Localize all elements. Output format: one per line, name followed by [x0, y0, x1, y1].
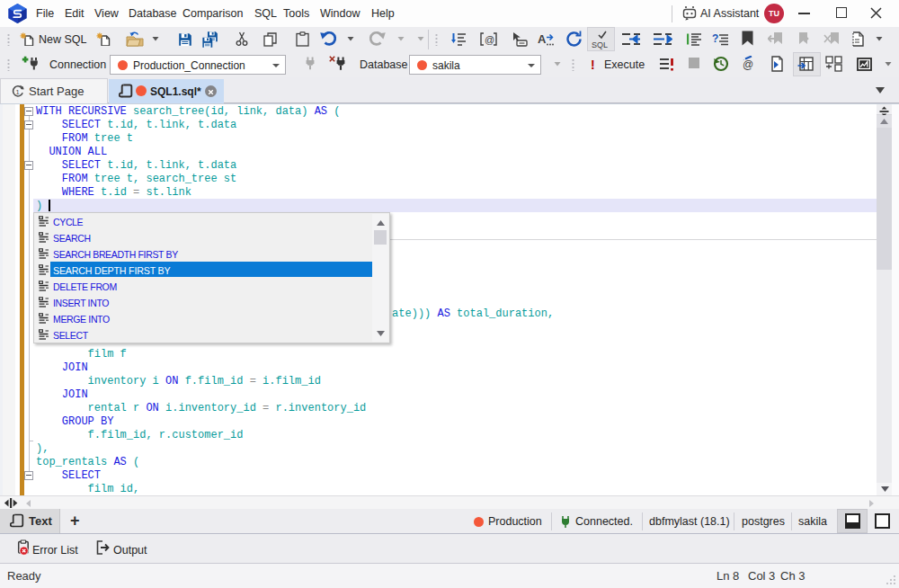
svg-text:@: @ [485, 34, 494, 45]
svg-text:?: ? [712, 32, 718, 45]
svg-text:1: 1 [16, 88, 20, 96]
svg-text:A: A [538, 32, 547, 46]
svg-text:SQL: SQL [592, 40, 608, 49]
svg-text:@: @ [743, 58, 753, 71]
